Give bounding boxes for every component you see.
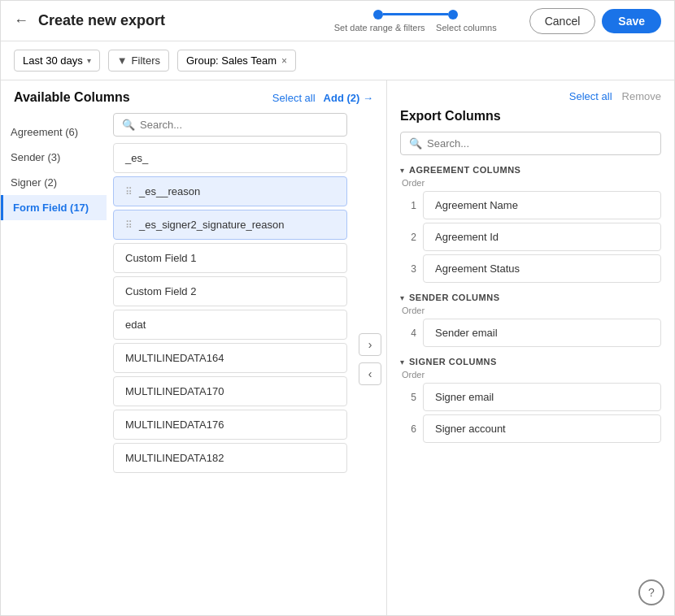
filter-label: Filters (132, 54, 160, 67)
export-row: 3 Agreement Status (400, 254, 661, 283)
column-item-label: MULTILINEDATA176 (125, 419, 224, 431)
category-sender[interactable]: Sender (3) (1, 145, 107, 170)
group-tag: Group: Sales Team × (177, 50, 296, 72)
export-row: 6 Signer account (400, 414, 661, 443)
list-item[interactable]: Custom Field 2 (113, 276, 347, 306)
left-panel: Available Columns Select all Add (2) → A… (1, 80, 387, 615)
export-columns-list: ▾ AGREEMENT COLUMNS Order 1 Agreement Na… (400, 165, 661, 605)
export-item[interactable]: Agreement Name (423, 191, 661, 219)
list-item[interactable]: ⠿ _es__reason (113, 176, 347, 206)
export-item[interactable]: Agreement Status (423, 254, 661, 283)
header: ← Create new export Set date range & fil… (1, 1, 674, 41)
transfer-left-button[interactable]: ‹ (359, 362, 381, 385)
left-select-all-link[interactable]: Select all (272, 92, 316, 104)
drag-handle-icon: ⠿ (125, 186, 133, 197)
signer-order-label: Order (402, 370, 661, 380)
transfer-right-button[interactable]: › (359, 333, 381, 356)
step-line (383, 13, 448, 15)
column-list: _es_ ⠿ _es__reason ⠿ _es_signer2_signatu… (113, 143, 347, 605)
list-item[interactable]: MULTILINEDATA182 (113, 443, 347, 473)
left-panel-header: Available Columns Select all Add (2) → (1, 90, 386, 113)
category-sidebar: Agreement (6) Sender (3) Signer (2) Form… (1, 113, 107, 605)
search-icon: 🔍 (122, 119, 135, 131)
category-formfield[interactable]: Form Field (17) (1, 195, 107, 220)
right-remove-link[interactable]: Remove (622, 90, 661, 102)
left-content: Agreement (6) Sender (3) Signer (2) Form… (1, 113, 386, 605)
cancel-button[interactable]: Cancel (529, 8, 596, 34)
right-search-input[interactable] (427, 137, 652, 150)
right-search-box: 🔍 (400, 132, 661, 155)
step1-label: Set date range & filters (334, 23, 425, 33)
left-search-input[interactable] (140, 119, 338, 131)
export-item[interactable]: Signer email (423, 383, 661, 411)
list-item[interactable]: MULTILINEDATA176 (113, 410, 347, 440)
sender-section-toggle[interactable]: ▾ SENDER COLUMNS (400, 293, 661, 302)
export-item[interactable]: Sender email (423, 319, 661, 347)
drag-handle-icon: ⠿ (125, 219, 133, 231)
left-search-box: 🔍 (113, 113, 347, 137)
right-panel-top: Select all Remove (400, 90, 661, 102)
column-list-area: 🔍 _es_ ⠿ _es__reason ⠿ _es_si (107, 113, 354, 605)
export-row: 4 Sender email (400, 319, 661, 347)
add-button[interactable]: Add (2) → (324, 92, 373, 104)
agreement-section-toggle[interactable]: ▾ AGREEMENT COLUMNS (400, 165, 661, 175)
category-agreement[interactable]: Agreement (6) (1, 119, 107, 145)
transfer-buttons: › ‹ (354, 113, 386, 605)
subheader: Last 30 days ▾ ▼ Filters Group: Sales Te… (1, 41, 674, 80)
group-tag-close-icon[interactable]: × (281, 55, 287, 67)
chevron-down-icon: ▾ (400, 358, 404, 367)
date-range-label: Last 30 days (23, 54, 83, 67)
column-item-label: edat (125, 319, 146, 331)
search-icon: 🔍 (409, 137, 422, 150)
order-number: 5 (400, 392, 416, 403)
available-columns-title: Available Columns (14, 90, 130, 105)
column-item-label: MULTILINEDATA164 (125, 352, 224, 364)
column-item-label: _es_ (125, 152, 148, 164)
sender-section: ▾ SENDER COLUMNS Order 4 Sender email (400, 293, 661, 347)
list-item[interactable]: edat (113, 310, 347, 340)
order-number: 3 (400, 263, 416, 275)
chevron-down-icon: ▾ (87, 56, 91, 65)
order-number: 1 (400, 200, 416, 211)
list-item[interactable]: ⠿ _es_signer2_signature_reason (113, 210, 347, 240)
list-item[interactable]: MULTILINEDATA170 (113, 376, 347, 406)
list-item[interactable]: Custom Field 1 (113, 243, 347, 273)
signer-section-toggle[interactable]: ▾ SIGNER COLUMNS (400, 357, 661, 367)
order-number: 4 (400, 328, 416, 339)
signer-section-title: SIGNER COLUMNS (409, 357, 497, 367)
agreement-section: ▾ AGREEMENT COLUMNS Order 1 Agreement Na… (400, 165, 661, 283)
help-button[interactable]: ? (638, 579, 664, 605)
step2-label: Select columns (436, 23, 497, 33)
right-select-all-link[interactable]: Select all (569, 90, 612, 102)
list-item[interactable]: MULTILINEDATA164 (113, 343, 347, 373)
chevron-down-icon: ▾ (400, 166, 404, 175)
save-button[interactable]: Save (602, 9, 661, 33)
export-row: 2 Agreement Id (400, 223, 661, 251)
list-item[interactable]: _es_ (113, 143, 347, 173)
sender-order-label: Order (402, 306, 661, 315)
signer-section: ▾ SIGNER COLUMNS Order 5 Signer email 6 … (400, 357, 661, 443)
step1-dot (373, 10, 383, 20)
page-title: Create new export (38, 12, 165, 29)
right-panel: Select all Remove Export Columns 🔍 ▾ AGR… (387, 80, 674, 615)
main-content: Available Columns Select all Add (2) → A… (1, 80, 674, 615)
export-item[interactable]: Agreement Id (423, 223, 661, 251)
order-number: 6 (400, 423, 416, 435)
chevron-down-icon: ▾ (400, 293, 404, 302)
filters-button[interactable]: ▼ Filters (108, 50, 169, 72)
agreement-order-label: Order (402, 178, 661, 188)
back-button[interactable]: ← (14, 12, 28, 29)
filter-icon: ▼ (117, 54, 128, 67)
help-icon: ? (648, 586, 655, 599)
agreement-section-title: AGREEMENT COLUMNS (409, 165, 520, 175)
step2-dot (448, 10, 458, 20)
progress-steps: Set date range & filters Select columns (334, 10, 497, 33)
left-panel-actions: Select all Add (2) → (272, 92, 373, 104)
category-signer[interactable]: Signer (2) (1, 170, 107, 195)
export-row: 1 Agreement Name (400, 191, 661, 219)
date-range-button[interactable]: Last 30 days ▾ (14, 50, 100, 72)
export-row: 5 Signer email (400, 383, 661, 411)
column-item-label: _es_signer2_signature_reason (139, 219, 285, 231)
export-item[interactable]: Signer account (423, 414, 661, 443)
group-tag-label: Group: Sales Team (186, 54, 277, 67)
